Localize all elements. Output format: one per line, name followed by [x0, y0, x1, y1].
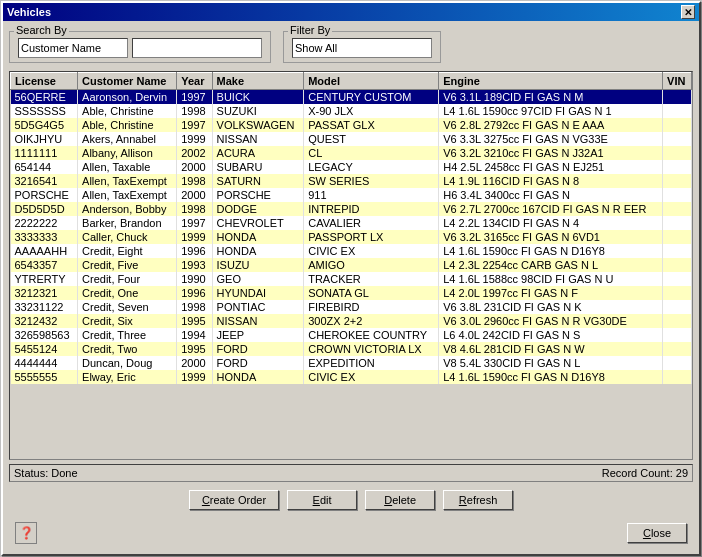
filter-by-select[interactable]: Show All Active Inactive — [292, 38, 432, 58]
table-cell: Able, Christine — [78, 104, 177, 118]
search-input[interactable] — [132, 38, 262, 58]
col-year[interactable]: Year — [177, 73, 212, 90]
table-cell — [663, 314, 692, 328]
table-cell: PONTIAC — [212, 300, 304, 314]
col-vin[interactable]: VIN — [663, 73, 692, 90]
action-buttons: Create Order Edit Delete Refresh — [9, 486, 693, 514]
table-cell — [663, 174, 692, 188]
table-cell: PASSPORT LX — [304, 230, 439, 244]
table-cell: V6 3.8L 231CID FI GAS N K — [439, 300, 663, 314]
table-cell: V6 3.0L 2960cc FI GAS N R VG30DE — [439, 314, 663, 328]
table-row[interactable]: YTRERTYCredit, Four1990GEOTRACKERL4 1.6L… — [11, 272, 692, 286]
search-by-select[interactable]: Customer Name License VIN — [18, 38, 128, 58]
table-row[interactable]: 4444444Duncan, Doug2000FORDEXPEDITIONV8 … — [11, 356, 692, 370]
vehicles-table-wrapper: License Customer Name Year Make Model En… — [9, 71, 693, 460]
table-row[interactable]: 3212321Credit, One1996HYUNDAISONATA GLL4… — [11, 286, 692, 300]
table-row[interactable]: 5D5G4G5Able, Christine1997VOLKSWAGENPASS… — [11, 118, 692, 132]
table-row[interactable]: 5555555Elway, Eric1999HONDACIVIC EXL4 1.… — [11, 370, 692, 384]
table-cell: X-90 JLX — [304, 104, 439, 118]
table-cell: 1998 — [177, 174, 212, 188]
table-cell: Credit, Five — [78, 258, 177, 272]
table-cell: L4 1.6L 1590cc FI GAS N D16Y8 — [439, 370, 663, 384]
col-license[interactable]: License — [11, 73, 78, 90]
table-cell: 1995 — [177, 342, 212, 356]
delete-button[interactable]: Delete — [365, 490, 435, 510]
table-row[interactable]: 6543357Credit, Five1993ISUZUAMIGOL4 2.3L… — [11, 258, 692, 272]
table-cell: PASSAT GLX — [304, 118, 439, 132]
table-row[interactable]: 3333333Caller, Chuck1999HONDAPASSPORT LX… — [11, 230, 692, 244]
table-cell: V8 5.4L 330CID FI GAS N L — [439, 356, 663, 370]
table-row[interactable]: 3216541Allen, TaxExempt1998SATURNSW SERI… — [11, 174, 692, 188]
table-row[interactable]: 654144Allen, Taxable2000SUBARULEGACYH4 2… — [11, 160, 692, 174]
table-cell: ACURA — [212, 146, 304, 160]
refresh-button[interactable]: Refresh — [443, 490, 513, 510]
table-cell: L4 2.3L 2254cc CARB GAS N L — [439, 258, 663, 272]
table-row[interactable]: SSSSSSSAble, Christine1998SUZUKIX-90 JLX… — [11, 104, 692, 118]
table-cell: 300ZX 2+2 — [304, 314, 439, 328]
table-cell: QUEST — [304, 132, 439, 146]
close-title-button[interactable]: ✕ — [681, 5, 695, 19]
table-row[interactable]: OIKJHYUAkers, Annabel1999NISSANQUESTV6 3… — [11, 132, 692, 146]
table-cell: 1999 — [177, 370, 212, 384]
table-cell: 911 — [304, 188, 439, 202]
table-cell: Aaronson, Dervin — [78, 90, 177, 105]
table-row[interactable]: 5455124Credit, Two1995FORDCROWN VICTORIA… — [11, 342, 692, 356]
table-cell: 1999 — [177, 132, 212, 146]
table-cell: 1997 — [177, 118, 212, 132]
status-right: Record Count: 29 — [602, 467, 688, 479]
table-cell: FIREBIRD — [304, 300, 439, 314]
table-cell: 2000 — [177, 356, 212, 370]
table-cell: NISSAN — [212, 132, 304, 146]
table-cell: L4 1.9L 116CID FI GAS N 8 — [439, 174, 663, 188]
table-cell — [663, 132, 692, 146]
col-engine[interactable]: Engine — [439, 73, 663, 90]
filter-by-dropdown-wrapper: Show All Active Inactive — [292, 38, 432, 58]
table-cell: L4 2.0L 1997cc FI GAS N F — [439, 286, 663, 300]
table-scroll[interactable]: License Customer Name Year Make Model En… — [10, 72, 692, 459]
table-cell: V6 3.2L 3165cc FI GAS N 6VD1 — [439, 230, 663, 244]
close-button[interactable]: Close — [627, 523, 687, 543]
title-bar: Vehicles ✕ — [3, 3, 699, 21]
table-cell: 5D5G4G5 — [11, 118, 78, 132]
table-cell: YTRERTY — [11, 272, 78, 286]
table-cell — [663, 230, 692, 244]
table-row[interactable]: 1111111Albany, Allison2002ACURACLV6 3.2L… — [11, 146, 692, 160]
table-cell — [663, 272, 692, 286]
table-cell — [663, 370, 692, 384]
table-cell: FORD — [212, 342, 304, 356]
edit-button[interactable]: Edit — [287, 490, 357, 510]
col-model[interactable]: Model — [304, 73, 439, 90]
table-cell: CHEVROLET — [212, 216, 304, 230]
table-cell — [663, 328, 692, 342]
table-row[interactable]: 326598563Credit, Three1994JEEPCHEROKEE C… — [11, 328, 692, 342]
table-cell: PORSCHE — [11, 188, 78, 202]
table-cell: AAAAAHH — [11, 244, 78, 258]
table-row[interactable]: AAAAAHHCredit, Eight1996HONDACIVIC EXL4 … — [11, 244, 692, 258]
table-row[interactable]: 56QERREAaronson, Dervin1997BUICKCENTURY … — [11, 90, 692, 105]
table-cell — [663, 342, 692, 356]
table-cell: 1998 — [177, 202, 212, 216]
search-by-group: Search By Customer Name License VIN — [9, 31, 271, 63]
table-row[interactable]: 33231122Credit, Seven1998PONTIACFIREBIRD… — [11, 300, 692, 314]
table-cell: 3333333 — [11, 230, 78, 244]
table-row[interactable]: D5D5D5DAnderson, Bobby1998DODGEINTREPIDV… — [11, 202, 692, 216]
toolbar: Search By Customer Name License VIN Filt… — [9, 27, 693, 67]
col-customer-name[interactable]: Customer Name — [78, 73, 177, 90]
table-cell: SW SERIES — [304, 174, 439, 188]
table-row[interactable]: 2222222Barker, Brandon1997CHEVROLETCAVAL… — [11, 216, 692, 230]
table-cell: 1990 — [177, 272, 212, 286]
info-icon: ❓ — [15, 522, 37, 544]
table-cell: BUICK — [212, 90, 304, 105]
search-by-label: Search By — [14, 24, 69, 36]
create-order-button[interactable]: Create Order — [189, 490, 279, 510]
col-make[interactable]: Make — [212, 73, 304, 90]
table-cell: Credit, Eight — [78, 244, 177, 258]
table-cell: L4 1.6L 1590cc FI GAS N D16Y8 — [439, 244, 663, 258]
table-cell: V6 3.3L 3275cc FI GAS N VG33E — [439, 132, 663, 146]
table-row[interactable]: PORSCHEAllen, TaxExempt2000PORSCHE911H6 … — [11, 188, 692, 202]
table-cell: Allen, TaxExempt — [78, 188, 177, 202]
table-cell: Duncan, Doug — [78, 356, 177, 370]
table-cell: 1997 — [177, 216, 212, 230]
table-row[interactable]: 3212432Credit, Six1995NISSAN300ZX 2+2V6 … — [11, 314, 692, 328]
status-bar: Status: Done Record Count: 29 — [9, 464, 693, 482]
